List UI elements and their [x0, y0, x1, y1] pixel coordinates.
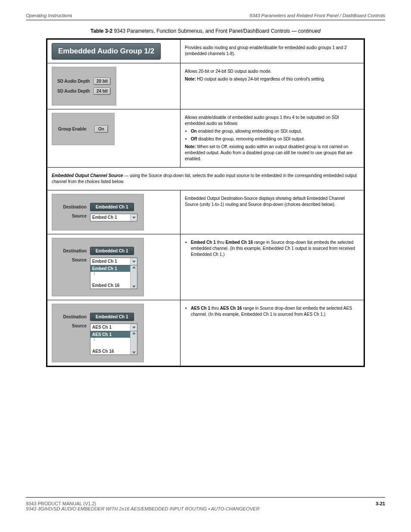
- dest-label-2: Destination: [58, 249, 90, 253]
- dest-chip-3: Embedded Ch 1: [90, 313, 134, 321]
- source-dropdown[interactable]: Embed Ch 1: [90, 214, 137, 221]
- bullet-off: Off disables the group, removing embeddi…: [191, 136, 359, 142]
- header-left: Operating Instructions: [26, 13, 72, 18]
- section-pill: Embedded Audio Group 1/2: [52, 43, 161, 59]
- aes-bullet: AES Ch 1 thru AES Ch 16 range in Source …: [191, 305, 359, 317]
- dest-chip-2: Embedded Ch 1: [90, 247, 134, 255]
- sd-depth-desc: Allows 20-bit or 24-bit SD output audio …: [185, 68, 359, 75]
- table-title: 9343 Parameters, Function Submenus, and …: [114, 28, 290, 34]
- dest-chip: Embedded Ch 1: [90, 203, 134, 211]
- group-enable-label: Group Enable: [58, 127, 94, 131]
- source-value: Embed Ch 1: [90, 214, 130, 221]
- footer-page: 3-21: [376, 501, 385, 511]
- chevron-up-icon[interactable]: [132, 266, 136, 268]
- row-group-enable: Group Enable On Allows enable/disable of…: [47, 109, 364, 168]
- scrollbar[interactable]: [130, 265, 137, 289]
- group-enable-note-text: When set to Off, existing audio within a…: [185, 144, 352, 161]
- row-sd-depth: SD Audio Depth 20 bit SD Audio Depth 24 …: [47, 63, 364, 109]
- sd-depth-panel: SD Audio Depth 20 bit SD Audio Depth 24 …: [52, 67, 116, 106]
- embed-bullet: Embed Ch 1 thru Embed Ch 16 range in Sou…: [191, 240, 359, 258]
- sd-depth-note: HD output audio is always 24-bit regardl…: [197, 77, 325, 81]
- header-right: 9343 Parameters and Related Front Panel …: [249, 13, 385, 18]
- list-item-last[interactable]: Embed Ch 16: [90, 282, 130, 289]
- group-enable-panel: Group Enable On: [52, 113, 115, 145]
- footer-blurb: 9343 3G/HD/SD AUDIO EMBEDDER WITH 2x16 A…: [26, 506, 259, 511]
- sd-depth-24bit-button[interactable]: 24 bit: [93, 87, 111, 95]
- scrollbar[interactable]: [130, 331, 137, 355]
- off-text: disables the group, removing embedding o…: [197, 137, 305, 141]
- chevron-down-icon[interactable]: [132, 286, 136, 288]
- sd-depth-label-1: SD Audio Depth: [57, 79, 93, 84]
- aes-range-mid: thru: [210, 306, 220, 311]
- chevron-down-icon[interactable]: [130, 324, 137, 331]
- embed-range-start: Embed Ch 1: [191, 240, 216, 245]
- dest-label: Destination: [58, 205, 90, 209]
- sd-depth-label-2: SD Audio Depth: [57, 89, 93, 93]
- on-label: On: [191, 129, 197, 134]
- list-ellipsis: ⋮: [90, 272, 130, 282]
- source-value-3: AES Ch 1: [90, 324, 130, 331]
- embed-range-mid: thru: [216, 240, 226, 245]
- chevron-down-icon[interactable]: [130, 214, 137, 221]
- row-spanner: Embedded Output Channel Source — using t…: [47, 168, 364, 190]
- table-cont: — continued: [292, 28, 321, 34]
- chevron-down-icon[interactable]: [132, 352, 136, 354]
- group-enable-note-label: Note:: [185, 144, 196, 149]
- source-value-2: Embed Ch 1: [90, 258, 130, 265]
- note-label: Note:: [185, 77, 197, 81]
- footer-version: 9343 PRODUCT MANUAL (V1.2): [26, 501, 259, 506]
- chevron-up-icon[interactable]: [132, 332, 136, 334]
- aes-range-end: AES Ch 16: [220, 306, 242, 311]
- header-rule: [26, 20, 385, 20]
- table-caption: Table 3-2 9343 Parameters, Function Subm…: [26, 28, 385, 34]
- row-list-embed: Destination Embedded Ch 1 Source Embed C…: [47, 234, 364, 300]
- sd-depth-20bit-button[interactable]: 20 bit: [93, 78, 111, 85]
- embed-list-panel: Destination Embedded Ch 1 Source Embed C…: [52, 238, 144, 296]
- spanner-bold: Embedded Output Channel Source: [52, 173, 123, 178]
- collapsed-desc: Embedded Output Destination-Source displ…: [185, 196, 359, 208]
- title-desc: Provides audio routing and group enable/…: [185, 45, 359, 57]
- dest-label-3: Destination: [58, 314, 90, 319]
- row-title: Embedded Audio Group 1/2 Provides audio …: [47, 39, 364, 63]
- list-ellipsis: ⋮: [90, 338, 130, 348]
- collapsed-panel: Destination Embedded Ch 1 Source Embed C…: [52, 194, 144, 230]
- source-listbox-aes[interactable]: AES Ch 1 ⋮ AES Ch 16: [90, 331, 137, 355]
- page-footer: 9343 PRODUCT MANUAL (V1.2) 9343 3G/HD/SD…: [26, 497, 385, 511]
- source-listbox-embed[interactable]: Embed Ch 1 ⋮ Embed Ch 16: [90, 265, 137, 289]
- list-item-last[interactable]: AES Ch 16: [90, 348, 130, 355]
- off-label: Off: [191, 137, 197, 141]
- aes-list-panel: Destination Embedded Ch 1 Source AES Ch …: [52, 304, 144, 362]
- src-label: Source: [58, 214, 90, 218]
- group-enable-toggle[interactable]: On: [94, 125, 108, 133]
- embed-range-end: Embed Ch 16: [226, 240, 253, 245]
- row-collapsed: Destination Embedded Ch 1 Source Embed C…: [47, 190, 364, 234]
- chevron-down-icon[interactable]: [130, 258, 137, 265]
- source-dropdown-3[interactable]: AES Ch 1: [90, 324, 137, 331]
- controls-table: Embedded Audio Group 1/2 Provides audio …: [46, 38, 365, 367]
- src-label-3: Source: [58, 324, 90, 328]
- aes-range-start: AES Ch 1: [191, 306, 210, 311]
- row-list-aes: Destination Embedded Ch 1 Source AES Ch …: [47, 300, 364, 367]
- on-text: enabled the group, allowing embedding on…: [197, 129, 302, 134]
- src-label-2: Source: [58, 258, 90, 262]
- bullet-on: On enabled the group, allowing embedding…: [191, 128, 359, 134]
- group-enable-intro: Allows enable/disable of embedded audio …: [185, 115, 359, 127]
- source-dropdown-2[interactable]: Embed Ch 1: [90, 258, 137, 265]
- table-label: Table 3-2: [90, 28, 112, 34]
